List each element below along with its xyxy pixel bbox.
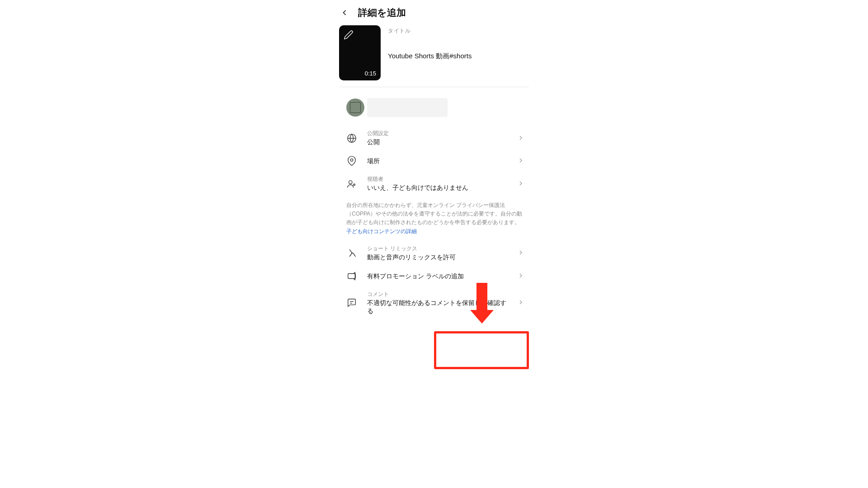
remix-value: 動画と音声のリミックスを許可 — [367, 253, 507, 262]
chevron-right-icon — [517, 180, 525, 188]
coppa-notice-text: 自分の所在地にかかわらず、児童オンライン プライバシー保護法（COPPA）やその… — [346, 202, 522, 225]
visibility-label: 公開設定 — [367, 130, 507, 137]
coppa-notice-link[interactable]: 子ども向けコンテンツの詳細 — [346, 228, 417, 235]
comments-label: コメント — [367, 291, 507, 298]
location-pin-icon — [346, 155, 357, 166]
person-icon — [346, 178, 357, 189]
svg-point-3 — [354, 184, 355, 186]
back-button[interactable] — [339, 7, 350, 18]
chevron-right-icon — [517, 299, 525, 307]
video-meta[interactable]: タイトル Youtube Shorts 動画#shorts — [388, 25, 529, 80]
header: 詳細を追加 — [339, 4, 529, 25]
chevron-right-icon — [517, 249, 525, 257]
avatar — [346, 99, 364, 117]
location-row[interactable]: 場所 — [339, 151, 529, 171]
paid-promo-row[interactable]: 有料プロモーション ラベルの追加 — [339, 266, 529, 286]
chevron-right-icon — [517, 157, 525, 165]
video-thumbnail[interactable]: 0:15 — [339, 25, 381, 80]
svg-rect-4 — [348, 273, 356, 278]
page-title: 詳細を追加 — [358, 6, 406, 19]
account-row — [339, 87, 529, 125]
audience-value: いいえ、子ども向けではありません — [367, 184, 507, 192]
pencil-icon — [344, 30, 354, 40]
remix-label: ショート リミックス — [367, 245, 507, 253]
audience-label: 視聴者 — [367, 175, 507, 183]
svg-point-1 — [350, 159, 353, 161]
upload-details-screen: 詳細を追加 0:15 タイトル Youtube Shorts 動画#shorts… — [339, 4, 529, 488]
audience-row[interactable]: 視聴者 いいえ、子ども向けではありません — [339, 171, 529, 197]
comments-value: 不適切な可能性があるコメントを保留して確認する — [367, 299, 507, 315]
chevron-left-icon — [340, 8, 349, 17]
comments-row[interactable]: コメント 不適切な可能性があるコメントを保留して確認する — [339, 286, 529, 320]
globe-icon — [346, 133, 357, 144]
remix-icon — [346, 248, 357, 258]
visibility-row[interactable]: 公開設定 公開 — [339, 125, 529, 151]
svg-point-2 — [349, 180, 352, 183]
visibility-value: 公開 — [367, 138, 507, 146]
annotation-highlight-box — [434, 331, 529, 369]
paid-promo-value: 有料プロモーション ラベルの追加 — [367, 272, 507, 281]
video-duration: 0:15 — [365, 70, 376, 77]
chevron-right-icon — [517, 134, 525, 142]
location-value: 場所 — [367, 157, 507, 165]
paid-promo-icon — [346, 271, 357, 282]
video-title: Youtube Shorts 動画#shorts — [388, 52, 529, 61]
chevron-right-icon — [517, 272, 525, 280]
title-field-label: タイトル — [388, 27, 529, 35]
remix-row[interactable]: ショート リミックス 動画と音声のリミックスを許可 — [339, 240, 529, 266]
coppa-notice: 自分の所在地にかかわらず、児童オンライン プライバシー保護法（COPPA）やその… — [339, 197, 529, 240]
account-name-placeholder — [367, 98, 448, 117]
video-summary-row: 0:15 タイトル Youtube Shorts 動画#shorts — [339, 25, 529, 87]
comment-icon — [346, 297, 357, 308]
